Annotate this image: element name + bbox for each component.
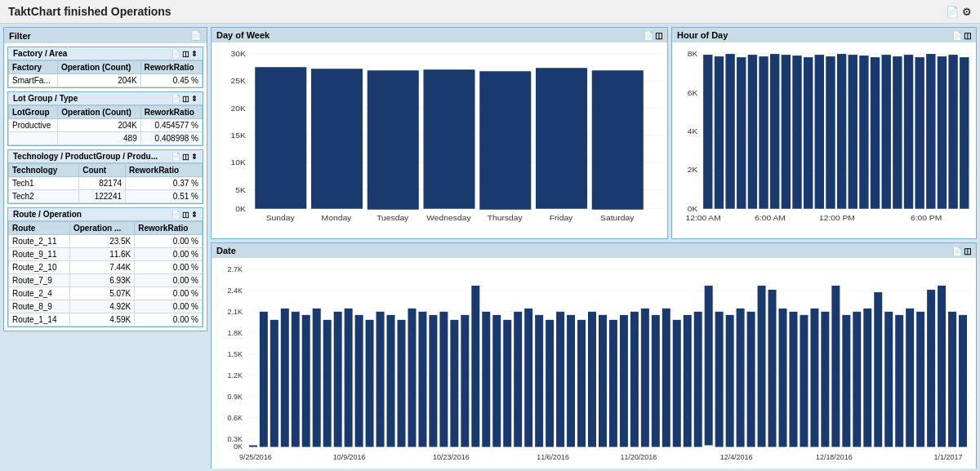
day-of-week-header: Day of Week 📄 ◫ — [212, 28, 667, 42]
date-bar-12 — [376, 312, 385, 447]
date-export-icon[interactable]: 📄 — [952, 247, 962, 255]
svg-text:0.6K: 0.6K — [227, 414, 242, 422]
route-cell: Route_8_9 — [9, 300, 70, 313]
hod-bar-18 — [904, 55, 913, 209]
route-ratio-cell: 0.00 % — [135, 248, 203, 261]
factory-col-factory: Factory — [9, 61, 58, 74]
table-row[interactable]: SmartFa... 204K 0.45 % — [9, 74, 203, 87]
factory-area-header: Factory / Area 📄 ◫ ⇕ — [8, 47, 203, 60]
hod-bar-12 — [837, 54, 846, 209]
date-bar-40 — [673, 320, 681, 447]
svg-text:1/1/2017: 1/1/2017 — [934, 453, 963, 461]
svg-text:10/23/2016: 10/23/2016 — [433, 453, 470, 461]
route-scroll-area[interactable]: Route Operation ... ReworkRatio Route_2_… — [8, 221, 203, 327]
hod-filter-icon[interactable]: ◫ — [964, 31, 971, 40]
svg-text:1.2K: 1.2K — [227, 371, 242, 380]
route-col-ratio: ReworkRatio — [135, 222, 203, 235]
route-table: Route Operation ... ReworkRatio Route_2_… — [8, 221, 203, 327]
tech-ratio-cell: 0.37 % — [126, 177, 203, 190]
tech-filter-icon[interactable]: ◫ — [182, 153, 189, 161]
filter-export-icon[interactable]: 📄 — [190, 30, 202, 41]
date-filter-icon[interactable]: ◫ — [964, 247, 971, 255]
route-op-cell: 23.5K — [69, 235, 134, 248]
table-row[interactable]: Route_2_11 23.5K 0.00 % — [9, 235, 203, 248]
date-bar-53 — [810, 309, 818, 447]
hod-header-icons: 📄 ◫ — [952, 31, 971, 40]
table-row[interactable]: Route_2_4 5.07K 0.00 % — [9, 287, 203, 300]
svg-text:0.9K: 0.9K — [227, 393, 242, 401]
tech-export-icon[interactable]: 📄 — [172, 153, 180, 161]
dow-header-icons: 📄 ◫ — [644, 31, 662, 40]
lot-filter-icon[interactable]: ◫ — [182, 95, 189, 103]
date-bar-55 — [831, 286, 840, 447]
day-of-week-svg: 30K 25K 20K 15K 10K 5K 0K — [215, 46, 664, 235]
date-bar-34 — [609, 320, 617, 447]
route-ratio-cell: 0.00 % — [135, 287, 203, 300]
hod-bar-3 — [737, 57, 746, 209]
route-sort-icon[interactable]: ⇕ — [191, 211, 198, 219]
table-row[interactable]: Tech1 82174 0.37 % — [9, 177, 203, 190]
hod-bar-13 — [849, 55, 858, 209]
table-row[interactable]: Route_8_9 4.92K 0.00 % — [9, 300, 203, 313]
svg-text:Monday: Monday — [322, 213, 352, 221]
table-row[interactable]: Route_1_14 4.59K 0.00 % — [9, 313, 203, 327]
route-ratio-cell: 0.00 % — [135, 300, 203, 313]
table-row[interactable]: Tech2 122241 0.51 % — [9, 190, 203, 203]
table-row[interactable]: Route_2_10 7.44K 0.00 % — [9, 261, 203, 274]
date-bar-42 — [694, 312, 702, 447]
route-op-cell: 4.59K — [69, 313, 134, 327]
factory-filter-icon[interactable]: ◫ — [182, 50, 189, 58]
svg-text:6:00 PM: 6:00 PM — [911, 213, 942, 221]
date-bar-49 — [768, 290, 777, 447]
hod-bar-9 — [804, 57, 813, 209]
svg-text:Friday: Friday — [550, 213, 573, 221]
factory-sort-icon[interactable]: ⇕ — [191, 50, 198, 58]
svg-text:2.1K: 2.1K — [227, 308, 242, 316]
hod-bar-5 — [759, 56, 768, 209]
hod-bar-1 — [715, 56, 724, 209]
date-bar-41 — [684, 315, 692, 447]
hod-bar-0 — [703, 55, 712, 209]
table-row[interactable]: Productive 204K 0.454577 % — [9, 119, 203, 132]
dow-export-icon[interactable]: 📄 — [644, 31, 653, 40]
date-bar-14 — [398, 320, 406, 447]
date-bar-15 — [408, 309, 416, 447]
table-row[interactable]: Route_7_9 6.93K 0.00 % — [9, 274, 203, 287]
svg-text:0K: 0K — [688, 204, 698, 212]
route-export-icon[interactable]: 📄 — [172, 211, 180, 219]
svg-text:12/4/2016: 12/4/2016 — [720, 453, 753, 461]
hod-export-icon[interactable]: 📄 — [952, 31, 962, 40]
factory-cell: SmartFa... — [9, 74, 58, 87]
svg-text:12:00 PM: 12:00 PM — [819, 213, 855, 221]
svg-text:10/9/2016: 10/9/2016 — [333, 453, 366, 461]
table-row[interactable]: 489 0.408998 % — [9, 132, 203, 145]
route-filter-icon[interactable]: ◫ — [182, 211, 189, 219]
route-ratio-cell: 0.00 % — [135, 235, 203, 248]
date-bar-6 — [313, 309, 321, 447]
date-panel: Date 📄 ◫ — [211, 242, 977, 469]
route-panel: Route / Operation 📄 ◫ ⇕ Route O — [7, 207, 203, 327]
route-label: Route / Operation — [13, 210, 82, 219]
date-bar-22 — [482, 312, 490, 447]
dow-filter-icon[interactable]: ◫ — [655, 31, 662, 40]
lot-sort-icon[interactable]: ⇕ — [191, 95, 198, 103]
svg-text:0K: 0K — [234, 442, 243, 451]
route-col-route: Route — [9, 222, 70, 235]
hod-bar-2 — [725, 54, 734, 209]
tech-count-cell: 82174 — [79, 177, 126, 190]
factory-col-ratio: ReworkRatio — [140, 61, 202, 74]
date-header-icons: 📄 ◫ — [952, 247, 971, 255]
route-op-cell: 6.93K — [69, 274, 134, 287]
route-ratio-cell: 0.00 % — [135, 261, 203, 274]
lot-export-icon[interactable]: 📄 — [172, 95, 180, 103]
settings-icon[interactable]: ⚙ — [962, 6, 972, 18]
svg-text:Sunday: Sunday — [266, 213, 295, 221]
date-bar-17 — [429, 315, 437, 447]
table-row[interactable]: Route_9_11 11.6K 0.00 % — [9, 248, 203, 261]
tech-sort-icon[interactable]: ⇕ — [191, 153, 198, 161]
date-bar-29 — [556, 312, 564, 447]
left-panel: Filter 📄 Factory / Area 📄 ◫ ⇕ — [3, 27, 207, 465]
factory-export-icon[interactable]: 📄 — [172, 50, 180, 58]
route-header: Route / Operation 📄 ◫ ⇕ — [8, 208, 203, 221]
export-icon[interactable]: 📄 — [946, 6, 959, 18]
